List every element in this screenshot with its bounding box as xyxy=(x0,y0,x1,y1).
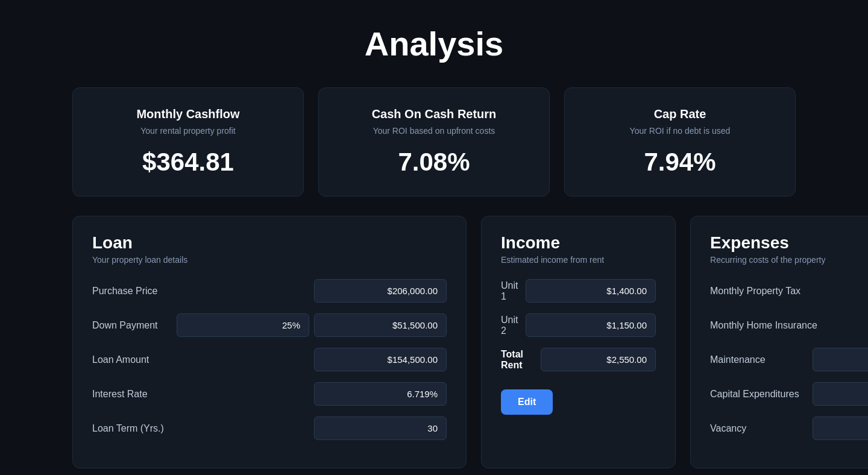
income-title: Income xyxy=(501,233,656,253)
loan-card: Loan Your property loan details Purchase… xyxy=(72,216,467,468)
cash-on-cash-value: 7.08% xyxy=(398,148,470,177)
interest-rate-row: Interest Rate xyxy=(92,382,447,406)
interest-rate-input[interactable] xyxy=(314,382,447,406)
cap-rate-value: 7.94% xyxy=(644,148,715,177)
maintenance-row: Maintenance xyxy=(710,348,868,371)
unit2-row: Unit 2 xyxy=(501,313,656,337)
loan-subtitle: Your property loan details xyxy=(92,255,447,265)
down-payment-row: Down Payment xyxy=(92,313,447,337)
total-rent-label: Total Rent xyxy=(501,349,541,371)
cash-on-cash-title: Cash On Cash Return xyxy=(372,107,497,121)
loan-amount-label: Loan Amount xyxy=(92,354,177,365)
unit1-row: Unit 1 xyxy=(501,279,656,303)
cap-rate-subtitle: Your ROI if no debt is used xyxy=(630,126,731,136)
monthly-cashflow-value: $364.81 xyxy=(142,148,234,177)
loan-title: Loan xyxy=(92,233,447,253)
loan-term-label: Loan Term (Yrs.) xyxy=(92,423,177,434)
maintenance-pct-input[interactable] xyxy=(813,348,868,371)
capex-label: Capital Expenditures xyxy=(710,389,813,400)
property-tax-row: Monthly Property Tax xyxy=(710,279,868,303)
income-subtitle: Estimated income from rent xyxy=(501,255,656,265)
expenses-subtitle: Recurring costs of the property xyxy=(710,255,868,265)
interest-rate-label: Interest Rate xyxy=(92,389,177,400)
purchase-price-label: Purchase Price xyxy=(92,286,177,297)
down-payment-amount-input[interactable] xyxy=(314,313,447,337)
home-insurance-row: Monthly Home Insurance xyxy=(710,313,868,337)
expenses-title: Expenses xyxy=(710,233,868,253)
monthly-cashflow-subtitle: Your rental property profit xyxy=(140,126,235,136)
vacancy-pct-input[interactable] xyxy=(813,417,868,440)
cash-on-cash-subtitle: Your ROI based on upfront costs xyxy=(373,126,495,136)
loan-amount-input[interactable] xyxy=(314,348,447,371)
expenses-card: Expenses Recurring costs of the property… xyxy=(690,216,868,468)
unit1-input[interactable] xyxy=(526,279,656,303)
vacancy-row: Vacancy xyxy=(710,417,868,440)
total-rent-input[interactable] xyxy=(541,348,656,371)
purchase-price-row: Purchase Price xyxy=(92,279,447,303)
purchase-price-input[interactable] xyxy=(314,279,447,303)
maintenance-label: Maintenance xyxy=(710,354,813,365)
summary-row: Monthly Cashflow Your rental property pr… xyxy=(72,87,796,197)
unit2-input[interactable] xyxy=(526,313,656,337)
page-title: Analysis xyxy=(72,24,796,63)
down-payment-label: Down Payment xyxy=(92,320,177,331)
income-card: Income Estimated income from rent Unit 1… xyxy=(481,216,676,468)
loan-term-row: Loan Term (Yrs.) xyxy=(92,417,447,440)
unit1-label: Unit 1 xyxy=(501,280,526,302)
monthly-cashflow-title: Monthly Cashflow xyxy=(136,107,239,121)
home-insurance-label: Monthly Home Insurance xyxy=(710,320,817,331)
total-rent-row: Total Rent xyxy=(501,348,656,371)
monthly-cashflow-card: Monthly Cashflow Your rental property pr… xyxy=(72,87,304,197)
edit-button[interactable]: Edit xyxy=(501,389,553,415)
loan-amount-row: Loan Amount xyxy=(92,348,447,371)
cap-rate-title: Cap Rate xyxy=(654,107,706,121)
unit2-label: Unit 2 xyxy=(501,315,526,336)
cash-on-cash-card: Cash On Cash Return Your ROI based on up… xyxy=(318,87,550,197)
cap-rate-card: Cap Rate Your ROI if no debt is used 7.9… xyxy=(564,87,796,197)
loan-term-input[interactable] xyxy=(314,417,447,440)
detail-row: Loan Your property loan details Purchase… xyxy=(72,216,796,468)
property-tax-label: Monthly Property Tax xyxy=(710,286,813,297)
down-payment-pct-input[interactable] xyxy=(177,313,309,337)
capex-pct-input[interactable] xyxy=(813,382,868,406)
capex-row: Capital Expenditures xyxy=(710,382,868,406)
vacancy-label: Vacancy xyxy=(710,423,813,434)
